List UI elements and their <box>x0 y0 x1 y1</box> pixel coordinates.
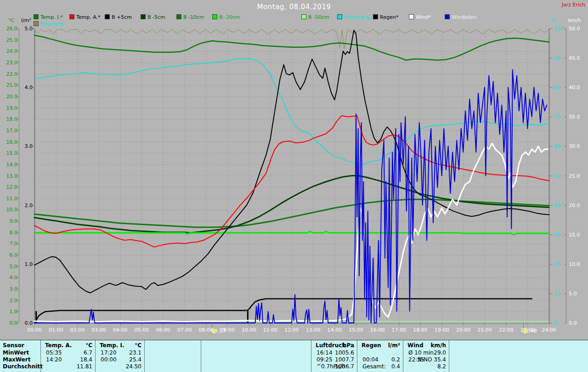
tick-celsius: 4.0 <box>0 275 17 280</box>
tick-kmh: 5.0 <box>569 291 577 296</box>
weather-chart-window: Montag, 08.04.2019 Jarz Erich °C l/m² % … <box>0 0 588 372</box>
tick-celsius: 23.0 <box>0 60 17 65</box>
tick-celsius: 1.0 <box>0 309 17 314</box>
tick-percent: 90 <box>554 56 560 61</box>
tick-celsius: 20.0 <box>0 94 17 99</box>
tick-kmh: 20.0 <box>569 203 580 208</box>
x-axis-label: 14:00 <box>324 327 345 333</box>
table-value: 29.0 <box>0 350 446 355</box>
tick-kmh: 40.0 <box>569 85 580 90</box>
tick-celsius: 2.0 <box>0 298 17 303</box>
tick-celsius: 15.0 <box>0 151 17 156</box>
sunset-sun-icon <box>522 328 528 333</box>
tick-celsius: 7.0 <box>0 241 17 246</box>
tick-celsius: 10.0 <box>0 207 17 212</box>
tick-lm2: 1.0 <box>0 261 33 266</box>
x-axis-label: 15:00 <box>346 327 366 333</box>
x-axis-label: 17:00 <box>389 327 409 333</box>
tick-celsius: 17.0 <box>0 128 17 133</box>
sunrise-sun-icon <box>211 328 217 333</box>
tick-kmh: 50.0 <box>569 26 580 31</box>
x-axis-label: 03:00 <box>89 327 109 333</box>
x-axis-label: 24:00 <box>539 327 559 333</box>
sunrise-annotation: 08:17 <box>211 328 226 334</box>
tick-celsius: 11.0 <box>0 196 17 201</box>
table-separator <box>449 340 449 372</box>
tick-celsius: 6.0 <box>0 253 17 258</box>
x-axis-label: 20:00 <box>453 327 473 333</box>
chart-plot-area <box>0 0 588 372</box>
tick-percent: 20 <box>554 261 560 266</box>
x-axis-label: 01:00 <box>46 327 66 333</box>
series-regen <box>34 299 532 323</box>
tick-celsius: 9.0 <box>0 219 17 224</box>
tick-percent: 0 <box>554 321 557 326</box>
x-axis-label: 11:00 <box>260 327 280 333</box>
tick-celsius: 12.0 <box>0 185 17 190</box>
series-windboeen <box>34 70 547 323</box>
tick-celsius: 14.0 <box>0 162 17 167</box>
tick-kmh: 30.0 <box>569 144 580 149</box>
tick-celsius: 3.0 <box>0 287 17 292</box>
x-axis-label: 05:00 <box>131 327 152 333</box>
x-axis-label: 10:00 <box>239 327 259 333</box>
tick-percent: 40 <box>554 203 560 208</box>
x-axis-label: 07:00 <box>175 327 195 333</box>
tick-percent: 30 <box>554 232 560 237</box>
tick-percent: 100 <box>554 26 564 31</box>
tick-celsius: 25.0 <box>0 37 17 42</box>
x-axis-label: 19:00 <box>432 327 452 333</box>
tick-lm2: 2.0 <box>0 203 33 208</box>
tick-percent: 60 <box>554 144 560 149</box>
x-axis-label: 04:00 <box>110 327 130 333</box>
x-axis-label: 00:00 <box>24 327 45 333</box>
table-value: N-NO 35.4 <box>0 357 446 362</box>
tick-kmh: 10.0 <box>569 261 580 266</box>
tick-kmh: 35.0 <box>569 114 580 119</box>
tick-kmh: 15.0 <box>569 232 580 237</box>
x-axis-label: 13:00 <box>303 327 323 333</box>
tick-lm2: 3.0 <box>0 144 33 149</box>
tick-percent: 50 <box>554 173 560 178</box>
table-value: 8.2 <box>0 364 446 369</box>
tick-percent: 10 <box>554 291 560 296</box>
tick-celsius: 13.0 <box>0 173 17 178</box>
series-b_m20 <box>34 231 549 235</box>
tick-kmh: 25.0 <box>569 173 580 178</box>
x-axis-label: 06:00 <box>153 327 173 333</box>
statistics-table: SensorMinWertMaxWertDurchschnittTemp. A.… <box>0 340 588 372</box>
x-axis-label: 02:00 <box>67 327 87 333</box>
table-column-unit: km/h <box>0 343 446 348</box>
tick-kmh: 0.0 <box>569 321 577 326</box>
tick-percent: 70 <box>554 114 560 119</box>
tick-lm2: 4.0 <box>0 85 33 90</box>
x-axis-label: 22:00 <box>496 327 516 333</box>
tick-celsius: 18.0 <box>0 117 17 122</box>
x-axis-label: 12:00 <box>282 327 302 333</box>
tick-percent: 80 <box>554 85 560 90</box>
tick-celsius: 8.0 <box>0 230 17 235</box>
tick-celsius: 24.0 <box>0 49 17 54</box>
tick-kmh: 45.0 <box>569 56 580 61</box>
tick-celsius: 19.0 <box>0 105 17 110</box>
sunset-annotation: 22:48 <box>522 328 537 334</box>
x-axis-label: 16:00 <box>368 327 388 333</box>
tick-celsius: 22.0 <box>0 71 17 76</box>
tick-lm2: 5.0 <box>0 26 33 31</box>
x-axis-label: 18:00 <box>410 327 430 333</box>
tick-lm2: 0.0 <box>0 321 33 326</box>
x-axis-label: 21:00 <box>475 327 495 333</box>
